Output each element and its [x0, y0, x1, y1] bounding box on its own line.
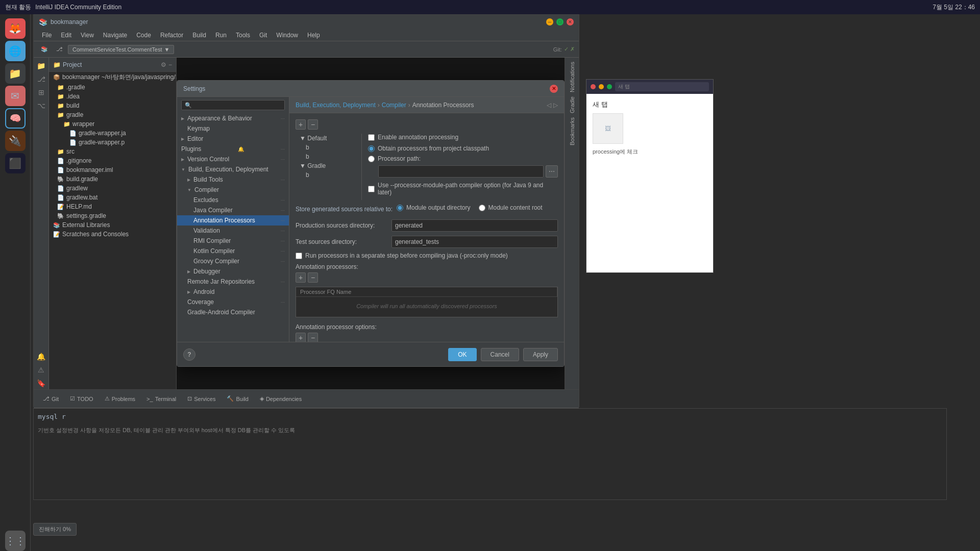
notifications-icon[interactable]: 🔔: [35, 350, 47, 363]
tree-item-gradle-wrapper-props[interactable]: 📄 gradle-wrapper.p: [49, 138, 176, 147]
dock-mail-icon[interactable]: ✉: [5, 86, 26, 106]
toolbar-project-btn[interactable]: 📚: [38, 45, 51, 54]
breadcrumb-back-icon[interactable]: ◁: [547, 102, 551, 109]
settings-search-input[interactable]: [181, 100, 285, 110]
settings-close-button[interactable]: ✕: [550, 85, 558, 93]
browser-close-btn[interactable]: [591, 84, 596, 89]
test-sources-input[interactable]: [391, 236, 558, 248]
nav-item-coverage[interactable]: Coverage ···: [177, 297, 289, 307]
menu-code[interactable]: Code: [132, 31, 155, 40]
apply-button[interactable]: Apply: [523, 348, 558, 361]
menu-edit[interactable]: Edit: [57, 31, 76, 40]
tree-item-gradle-folder[interactable]: 📁 .gradle: [49, 83, 176, 92]
gradle-tab[interactable]: Gradle: [568, 94, 576, 115]
toolbar-vcs[interactable]: ⎇: [53, 45, 66, 54]
tree-item-b1[interactable]: b: [296, 143, 361, 152]
services-tab[interactable]: ⊡ Services: [182, 393, 220, 404]
dock-firefox-icon[interactable]: 🦊: [5, 18, 26, 39]
nav-item-groovy-compiler[interactable]: Groovy Compiler ···: [177, 256, 289, 266]
tree-item-gradle[interactable]: ▼ Gradle: [296, 161, 361, 170]
nav-item-excludes[interactable]: Excludes ···: [177, 195, 289, 205]
tree-item-gradlew[interactable]: 📄 gradlew: [49, 184, 176, 193]
tree-collapse-icon[interactable]: −: [168, 61, 172, 68]
nav-item-rmi-compiler[interactable]: RMI Compiler ···: [177, 236, 289, 246]
menu-view[interactable]: View: [77, 31, 98, 40]
structure-icon[interactable]: ⊞: [35, 86, 47, 98]
todo-tab[interactable]: ☑ TODO: [65, 393, 99, 404]
nav-item-plugins[interactable]: Plugins 🔔 ···: [177, 144, 289, 154]
problems-tab[interactable]: ⚠ Problems: [100, 393, 140, 404]
cancel-button[interactable]: Cancel: [481, 348, 519, 361]
bookmarks-icon[interactable]: 🔖: [35, 377, 47, 389]
maximize-button[interactable]: □: [556, 18, 564, 26]
menu-navigate[interactable]: Navigate: [99, 31, 131, 40]
build-tab[interactable]: 🔨 Build: [222, 393, 253, 404]
dock-chrome-icon[interactable]: 🌐: [5, 41, 26, 61]
tree-item-src[interactable]: 📁 src: [49, 147, 176, 156]
nav-item-kotlin-compiler[interactable]: Kotlin Compiler ···: [177, 246, 289, 256]
tree-item-bookmanager-root[interactable]: 📦 bookmanager ~/바탕화면/java/javaspring/Spr…: [49, 72, 176, 83]
problems-icon[interactable]: ⚠: [35, 364, 47, 376]
module-output-radio[interactable]: [397, 205, 403, 211]
nav-item-android[interactable]: Android: [177, 287, 289, 297]
tree-item-settings-gradle[interactable]: 🐘 settings.gradle: [49, 211, 176, 220]
nav-item-gradle-android-compiler[interactable]: Gradle-Android Compiler: [177, 307, 289, 317]
processor-path-radio[interactable]: [368, 156, 375, 162]
remove-profile-button[interactable]: −: [308, 119, 318, 130]
tree-item-build-folder[interactable]: 📁 build: [49, 101, 176, 110]
close-button[interactable]: ✕: [567, 18, 574, 26]
nav-item-version-control[interactable]: Version Control ···: [177, 154, 289, 164]
enable-annotation-processing-checkbox[interactable]: [368, 134, 375, 141]
processor-path-input[interactable]: [378, 165, 544, 178]
run-processors-checkbox[interactable]: [296, 253, 302, 259]
obtain-classpath-radio[interactable]: [368, 145, 375, 152]
nav-item-java-compiler[interactable]: Java Compiler ···: [177, 205, 289, 215]
tree-item-b3[interactable]: b: [296, 170, 361, 180]
terminal-tab[interactable]: >_ Terminal: [141, 394, 181, 404]
branch-selector[interactable]: CommentServiceTest.CommentTest ▼: [68, 45, 174, 54]
tree-item-gradlew-bat[interactable]: 📄 gradlew.bat: [49, 193, 176, 202]
tree-item-external-libraries[interactable]: 📚 External Libraries: [49, 220, 176, 230]
nav-item-editor[interactable]: Editor: [177, 134, 289, 144]
tree-item-scratches-consoles[interactable]: 📝 Scratches and Consoles: [49, 230, 176, 239]
add-option-button[interactable]: +: [296, 333, 306, 342]
tree-options-icon[interactable]: ⚙: [161, 61, 166, 68]
ok-button[interactable]: OK: [448, 348, 476, 361]
dependencies-tab[interactable]: ◈ Dependencies: [255, 393, 307, 404]
add-profile-button[interactable]: +: [296, 119, 306, 130]
browser-min-btn[interactable]: [599, 84, 604, 89]
pull-requests-icon[interactable]: ⌥: [35, 99, 47, 112]
breadcrumb-forward-icon[interactable]: ▷: [553, 102, 558, 109]
tree-item-help-md[interactable]: 📝 HELP.md: [49, 202, 176, 211]
tree-item-iml[interactable]: 📄 bookmanager.iml: [49, 165, 176, 174]
breadcrumb-part1[interactable]: Build, Execution, Deployment: [296, 102, 376, 109]
dock-plugin-icon[interactable]: 🔌: [5, 131, 26, 151]
browser-address-bar[interactable]: 새 탭: [615, 82, 709, 91]
tree-item-gradle-wrapper-folder[interactable]: 📁 gradle: [49, 110, 176, 119]
tree-item-b2[interactable]: b: [296, 152, 361, 161]
project-icon[interactable]: 📁: [35, 60, 47, 72]
nav-item-keymap[interactable]: Keymap: [177, 123, 289, 134]
minimize-button[interactable]: ─: [546, 18, 553, 26]
dock-grid-icon[interactable]: ⋮⋮: [5, 531, 26, 551]
notifications-tab[interactable]: Notifications: [568, 60, 576, 94]
nav-item-validation[interactable]: Validation ···: [177, 226, 289, 236]
dock-terminal-icon[interactable]: ⬛: [5, 153, 26, 173]
nav-item-build-tools[interactable]: Build Tools ···: [177, 174, 289, 185]
menu-window[interactable]: Window: [272, 31, 302, 40]
tree-item-wrapper-folder[interactable]: 📁 wrapper: [49, 119, 176, 129]
menu-help[interactable]: Help: [303, 31, 324, 40]
menu-git[interactable]: Git: [255, 31, 271, 40]
tree-item-idea-folder[interactable]: 📁 .idea: [49, 92, 176, 101]
nav-item-appearance[interactable]: Appearance & Behavior ···: [177, 113, 289, 123]
processor-path-browse-button[interactable]: ⋯: [546, 165, 558, 178]
tree-item-gitignore[interactable]: 📄 .gitignore: [49, 156, 176, 165]
remove-processor-button[interactable]: −: [308, 272, 318, 283]
menu-file[interactable]: File: [38, 31, 56, 40]
nav-item-remote-jar[interactable]: Remote Jar Repositories ···: [177, 277, 289, 287]
help-button[interactable]: ?: [183, 348, 195, 361]
nav-item-build-execution[interactable]: Build, Execution, Deployment: [177, 164, 289, 174]
git-tab[interactable]: ⎇ Git: [38, 393, 64, 404]
dock-intellij-icon[interactable]: 🧠: [5, 108, 26, 129]
use-module-path-checkbox[interactable]: [368, 186, 375, 192]
